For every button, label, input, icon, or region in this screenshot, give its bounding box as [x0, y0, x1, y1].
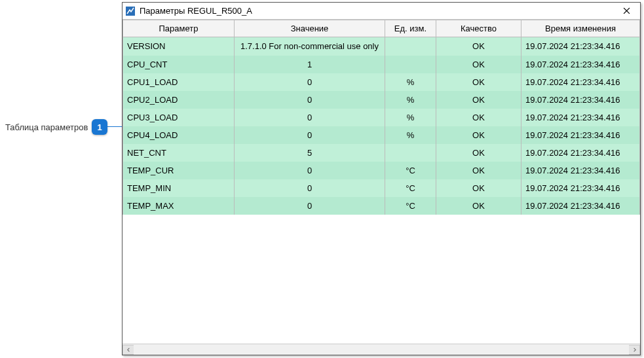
col-header-value[interactable]: Значение	[235, 20, 385, 37]
cell-unit: %	[385, 109, 436, 126]
cell-param: TEMP_MIN	[123, 179, 235, 197]
close-button[interactable]	[615, 3, 637, 19]
cell-value: 0	[235, 179, 385, 197]
close-icon	[623, 7, 630, 14]
table-row[interactable]: CPU4_LOAD0%OK19.07.2024 21:23:34.416	[123, 126, 640, 144]
cell-time: 19.07.2024 21:23:34.416	[521, 162, 640, 179]
parameters-table: Параметр Значение Ед. изм. Качество Врем…	[123, 20, 640, 215]
table-container: Параметр Значение Ед. изм. Качество Врем…	[123, 20, 640, 355]
annotation-marker: 1	[92, 119, 107, 135]
cell-quality: OK	[436, 144, 521, 162]
cell-time: 19.07.2024 21:23:34.416	[521, 73, 640, 91]
window-title: Параметры REGUL_R500_A	[140, 6, 615, 16]
table-row[interactable]: TEMP_MIN0°COK19.07.2024 21:23:34.416	[123, 179, 640, 197]
table-row[interactable]: TEMP_CUR0°COK19.07.2024 21:23:34.416	[123, 162, 640, 179]
cell-time: 19.07.2024 21:23:34.416	[521, 109, 640, 126]
table-scroll[interactable]: Параметр Значение Ед. изм. Качество Врем…	[123, 20, 640, 344]
cell-unit: °C	[385, 197, 436, 215]
cell-value: 1	[235, 56, 385, 73]
table-row[interactable]: VERSION1.7.1.0 For non-commercial use on…	[123, 37, 640, 56]
cell-quality: OK	[436, 56, 521, 73]
cell-quality: OK	[436, 73, 521, 91]
cell-param: CPU3_LOAD	[123, 109, 235, 126]
cell-param: CPU_CNT	[123, 56, 235, 73]
cell-quality: OK	[436, 91, 521, 109]
cell-unit	[385, 37, 436, 56]
table-row[interactable]: NET_CNT5OK19.07.2024 21:23:34.416	[123, 144, 640, 162]
chevron-left-icon	[126, 348, 131, 352]
cell-value: 0	[235, 91, 385, 109]
cell-param: CPU2_LOAD	[123, 91, 235, 109]
cell-quality: OK	[436, 37, 521, 56]
header-row: Параметр Значение Ед. изм. Качество Врем…	[123, 20, 640, 37]
chevron-right-icon	[632, 348, 637, 352]
cell-quality: OK	[436, 179, 521, 197]
cell-param: CPU4_LOAD	[123, 126, 235, 144]
table-row[interactable]: TEMP_MAX0°COK19.07.2024 21:23:34.416	[123, 197, 640, 215]
cell-param: VERSION	[123, 37, 235, 56]
cell-quality: OK	[436, 109, 521, 126]
cell-time: 19.07.2024 21:23:34.416	[521, 91, 640, 109]
cell-unit	[385, 144, 436, 162]
cell-unit: °C	[385, 179, 436, 197]
app-icon	[125, 6, 136, 16]
cell-quality: OK	[436, 162, 521, 179]
scroll-right-button[interactable]	[629, 345, 640, 355]
cell-time: 19.07.2024 21:23:34.416	[521, 56, 640, 73]
table-row[interactable]: CPU_CNT1OK19.07.2024 21:23:34.416	[123, 56, 640, 73]
cell-time: 19.07.2024 21:23:34.416	[521, 126, 640, 144]
cell-value: 1.7.1.0 For non-commercial use only	[235, 37, 385, 56]
table-row[interactable]: CPU3_LOAD0%OK19.07.2024 21:23:34.416	[123, 109, 640, 126]
col-header-param[interactable]: Параметр	[123, 20, 235, 37]
annotation-connector	[107, 126, 122, 127]
cell-param: CPU1_LOAD	[123, 73, 235, 91]
parameters-window: Параметры REGUL_R500_A Параметр Значение…	[122, 2, 641, 355]
cell-unit: %	[385, 126, 436, 144]
cell-unit: °C	[385, 162, 436, 179]
col-header-time[interactable]: Время изменения	[521, 20, 640, 37]
cell-time: 19.07.2024 21:23:34.416	[521, 197, 640, 215]
cell-unit: %	[385, 73, 436, 91]
cell-param: NET_CNT	[123, 144, 235, 162]
cell-quality: OK	[436, 126, 521, 144]
col-header-qual[interactable]: Качество	[436, 20, 521, 37]
cell-time: 19.07.2024 21:23:34.416	[521, 179, 640, 197]
cell-time: 19.07.2024 21:23:34.416	[521, 37, 640, 56]
table-row[interactable]: CPU1_LOAD0%OK19.07.2024 21:23:34.416	[123, 73, 640, 91]
horizontal-scrollbar[interactable]	[123, 344, 640, 355]
cell-param: TEMP_MAX	[123, 197, 235, 215]
cell-value: 5	[235, 144, 385, 162]
cell-value: 0	[235, 162, 385, 179]
scroll-left-button[interactable]	[123, 345, 134, 355]
scroll-track[interactable]	[134, 345, 629, 355]
cell-value: 0	[235, 109, 385, 126]
annotation-label: Таблица параметров	[5, 122, 88, 132]
cell-param: TEMP_CUR	[123, 162, 235, 179]
cell-quality: OK	[436, 197, 521, 215]
titlebar: Параметры REGUL_R500_A	[123, 3, 640, 20]
table-row[interactable]: CPU2_LOAD0%OK19.07.2024 21:23:34.416	[123, 91, 640, 109]
cell-value: 0	[235, 197, 385, 215]
cell-unit	[385, 56, 436, 73]
cell-value: 0	[235, 126, 385, 144]
cell-unit: %	[385, 91, 436, 109]
cell-value: 0	[235, 73, 385, 91]
col-header-unit[interactable]: Ед. изм.	[385, 20, 436, 37]
cell-time: 19.07.2024 21:23:34.416	[521, 144, 640, 162]
